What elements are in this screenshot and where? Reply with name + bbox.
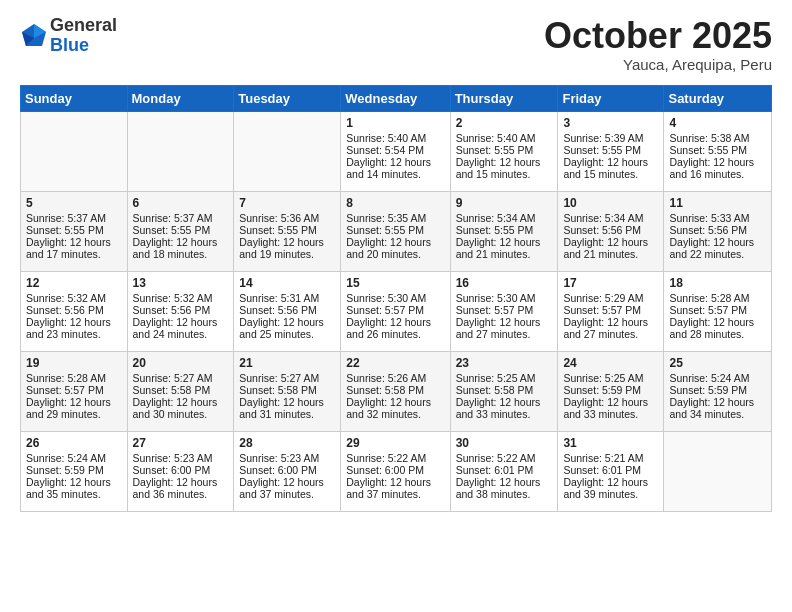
day-info: Sunrise: 5:38 AM bbox=[669, 132, 766, 144]
day-info: Daylight: 12 hours bbox=[563, 476, 658, 488]
day-info: Sunset: 5:56 PM bbox=[239, 304, 335, 316]
day-info: and 37 minutes. bbox=[346, 488, 444, 500]
day-info: Sunset: 5:56 PM bbox=[26, 304, 122, 316]
day-info: and 21 minutes. bbox=[563, 248, 658, 260]
day-info: and 27 minutes. bbox=[456, 328, 553, 340]
day-info: Sunset: 5:57 PM bbox=[346, 304, 444, 316]
day-info: Sunset: 6:00 PM bbox=[239, 464, 335, 476]
calendar-week-row-3: 12Sunrise: 5:32 AMSunset: 5:56 PMDayligh… bbox=[21, 271, 772, 351]
day-info: and 38 minutes. bbox=[456, 488, 553, 500]
day-number: 28 bbox=[239, 436, 335, 450]
day-info: and 16 minutes. bbox=[669, 168, 766, 180]
day-info: Daylight: 12 hours bbox=[239, 236, 335, 248]
day-info: Sunrise: 5:22 AM bbox=[456, 452, 553, 464]
day-info: Sunrise: 5:35 AM bbox=[346, 212, 444, 224]
day-info: Sunrise: 5:21 AM bbox=[563, 452, 658, 464]
calendar-cell: 21Sunrise: 5:27 AMSunset: 5:58 PMDayligh… bbox=[234, 351, 341, 431]
day-number: 16 bbox=[456, 276, 553, 290]
day-info: and 28 minutes. bbox=[669, 328, 766, 340]
day-info: Sunrise: 5:30 AM bbox=[456, 292, 553, 304]
day-info: and 31 minutes. bbox=[239, 408, 335, 420]
day-info: and 39 minutes. bbox=[563, 488, 658, 500]
calendar-cell: 7Sunrise: 5:36 AMSunset: 5:55 PMDaylight… bbox=[234, 191, 341, 271]
day-info: Sunset: 5:58 PM bbox=[456, 384, 553, 396]
day-info: Sunset: 6:00 PM bbox=[133, 464, 229, 476]
day-info: and 21 minutes. bbox=[456, 248, 553, 260]
day-number: 27 bbox=[133, 436, 229, 450]
calendar-cell: 22Sunrise: 5:26 AMSunset: 5:58 PMDayligh… bbox=[341, 351, 450, 431]
day-number: 26 bbox=[26, 436, 122, 450]
calendar-table: Sunday Monday Tuesday Wednesday Thursday… bbox=[20, 85, 772, 512]
calendar-header-row: Sunday Monday Tuesday Wednesday Thursday… bbox=[21, 85, 772, 111]
calendar-cell: 18Sunrise: 5:28 AMSunset: 5:57 PMDayligh… bbox=[664, 271, 772, 351]
day-info: and 37 minutes. bbox=[239, 488, 335, 500]
day-info: Sunset: 5:57 PM bbox=[26, 384, 122, 396]
col-sunday: Sunday bbox=[21, 85, 128, 111]
logo-general: General bbox=[50, 15, 117, 35]
col-saturday: Saturday bbox=[664, 85, 772, 111]
day-info: Sunset: 5:56 PM bbox=[133, 304, 229, 316]
day-info: Sunrise: 5:40 AM bbox=[346, 132, 444, 144]
day-info: Sunrise: 5:23 AM bbox=[133, 452, 229, 464]
day-info: Sunset: 5:58 PM bbox=[346, 384, 444, 396]
day-info: Sunset: 6:01 PM bbox=[563, 464, 658, 476]
day-info: and 23 minutes. bbox=[26, 328, 122, 340]
calendar-cell: 4Sunrise: 5:38 AMSunset: 5:55 PMDaylight… bbox=[664, 111, 772, 191]
logo-text: General Blue bbox=[50, 16, 117, 56]
col-monday: Monday bbox=[127, 85, 234, 111]
calendar-cell: 6Sunrise: 5:37 AMSunset: 5:55 PMDaylight… bbox=[127, 191, 234, 271]
day-info: and 17 minutes. bbox=[26, 248, 122, 260]
day-number: 5 bbox=[26, 196, 122, 210]
day-info: Daylight: 12 hours bbox=[456, 396, 553, 408]
day-info: and 24 minutes. bbox=[133, 328, 229, 340]
day-info: Sunset: 5:55 PM bbox=[563, 144, 658, 156]
calendar-week-row-4: 19Sunrise: 5:28 AMSunset: 5:57 PMDayligh… bbox=[21, 351, 772, 431]
day-info: and 36 minutes. bbox=[133, 488, 229, 500]
calendar-cell: 5Sunrise: 5:37 AMSunset: 5:55 PMDaylight… bbox=[21, 191, 128, 271]
day-info: Sunset: 5:55 PM bbox=[346, 224, 444, 236]
day-info: Daylight: 12 hours bbox=[669, 156, 766, 168]
day-info: and 22 minutes. bbox=[669, 248, 766, 260]
calendar-cell: 31Sunrise: 5:21 AMSunset: 6:01 PMDayligh… bbox=[558, 431, 664, 511]
day-info: Sunrise: 5:25 AM bbox=[563, 372, 658, 384]
day-info: Daylight: 12 hours bbox=[26, 476, 122, 488]
day-info: and 34 minutes. bbox=[669, 408, 766, 420]
calendar-cell: 13Sunrise: 5:32 AMSunset: 5:56 PMDayligh… bbox=[127, 271, 234, 351]
day-info: and 33 minutes. bbox=[563, 408, 658, 420]
day-number: 31 bbox=[563, 436, 658, 450]
day-info: Sunset: 6:00 PM bbox=[346, 464, 444, 476]
col-wednesday: Wednesday bbox=[341, 85, 450, 111]
day-number: 12 bbox=[26, 276, 122, 290]
calendar-cell bbox=[664, 431, 772, 511]
day-info: Daylight: 12 hours bbox=[346, 156, 444, 168]
day-info: Sunset: 5:57 PM bbox=[563, 304, 658, 316]
day-number: 10 bbox=[563, 196, 658, 210]
day-number: 22 bbox=[346, 356, 444, 370]
day-info: Sunrise: 5:40 AM bbox=[456, 132, 553, 144]
day-info: Sunrise: 5:33 AM bbox=[669, 212, 766, 224]
day-info: Sunset: 5:59 PM bbox=[26, 464, 122, 476]
day-info: Sunrise: 5:22 AM bbox=[346, 452, 444, 464]
logo: General Blue bbox=[20, 16, 117, 56]
day-info: and 15 minutes. bbox=[563, 168, 658, 180]
day-info: Daylight: 12 hours bbox=[26, 316, 122, 328]
calendar-cell: 28Sunrise: 5:23 AMSunset: 6:00 PMDayligh… bbox=[234, 431, 341, 511]
calendar-cell: 23Sunrise: 5:25 AMSunset: 5:58 PMDayligh… bbox=[450, 351, 558, 431]
day-number: 23 bbox=[456, 356, 553, 370]
day-info: Daylight: 12 hours bbox=[239, 396, 335, 408]
day-info: Sunset: 5:56 PM bbox=[669, 224, 766, 236]
col-tuesday: Tuesday bbox=[234, 85, 341, 111]
day-info: Sunrise: 5:30 AM bbox=[346, 292, 444, 304]
day-info: and 19 minutes. bbox=[239, 248, 335, 260]
day-number: 6 bbox=[133, 196, 229, 210]
day-info: and 35 minutes. bbox=[26, 488, 122, 500]
day-number: 21 bbox=[239, 356, 335, 370]
day-info: Daylight: 12 hours bbox=[346, 316, 444, 328]
day-info: and 26 minutes. bbox=[346, 328, 444, 340]
calendar-cell bbox=[234, 111, 341, 191]
calendar-cell: 20Sunrise: 5:27 AMSunset: 5:58 PMDayligh… bbox=[127, 351, 234, 431]
day-info: Sunset: 5:56 PM bbox=[563, 224, 658, 236]
day-info: Daylight: 12 hours bbox=[456, 236, 553, 248]
day-info: Daylight: 12 hours bbox=[563, 396, 658, 408]
day-number: 30 bbox=[456, 436, 553, 450]
